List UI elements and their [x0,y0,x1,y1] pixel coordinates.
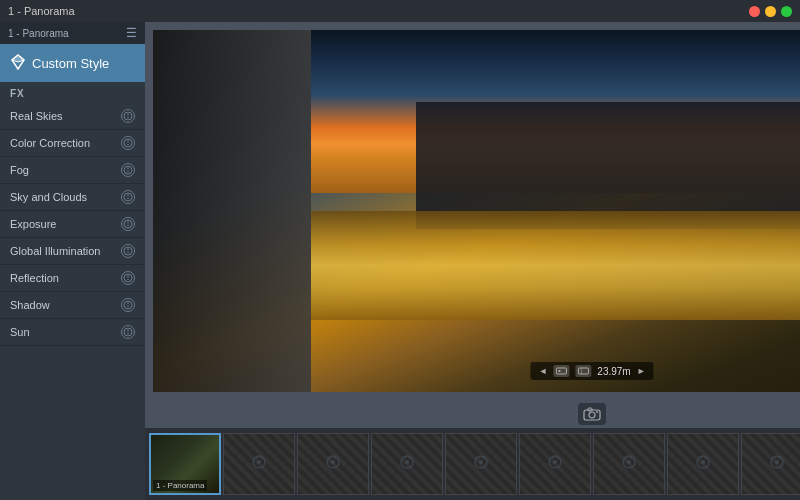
film-thumb-6[interactable] [593,433,665,495]
svg-point-16 [127,225,129,227]
svg-rect-29 [556,368,566,374]
svg-point-36 [596,411,598,413]
fx-item-toggle-icon[interactable] [121,271,135,285]
panel-menu-icon[interactable]: ☰ [126,26,137,40]
fx-item-toggle-icon[interactable] [121,163,135,177]
viewport-image: ◄ 23.97m ► 1 - Panorama [153,30,800,392]
minimize-button[interactable] [765,6,776,17]
fx-item-fog[interactable]: Fog [0,157,145,184]
fx-item-name: Exposure [10,218,56,230]
fx-item-sun[interactable]: Sun [0,319,145,346]
svg-point-28 [127,333,129,335]
fx-item-toggle-icon[interactable] [121,190,135,204]
film-thumb-label: 1 - Panorama [153,480,207,491]
film-empty-icon [691,453,715,476]
svg-point-34 [589,412,595,418]
dist-arrow-left-icon: ◄ [538,366,547,376]
film-thumb-inner [372,434,442,494]
fx-item-real-skies[interactable]: Real Skies [0,103,145,130]
svg-rect-31 [578,368,588,374]
viewport[interactable]: ◄ 23.97m ► 1 - Panorama [153,30,800,392]
fx-item-name: Fog [10,164,29,176]
panel-title-row: 1 - Panorama ☰ [0,22,145,44]
filmstrip: 1 - Panorama [145,428,800,500]
film-empty-icon [543,453,567,476]
center-area: ◄ 23.97m ► 1 - Panorama [145,22,800,500]
maximize-button[interactable] [781,6,792,17]
film-thumb-inner [742,434,800,494]
svg-point-50 [701,460,705,464]
camera-btn-area [145,400,800,428]
svg-point-38 [257,460,261,464]
fx-item-toggle-icon[interactable] [121,217,135,231]
svg-rect-30 [558,370,560,372]
film-thumb-7[interactable] [667,433,739,495]
fx-item-color-correction[interactable]: Color Correction [0,130,145,157]
camera-button[interactable] [578,403,606,425]
film-empty-icon [395,453,419,476]
titlebar-title: 1 - Panorama [8,5,75,17]
film-empty-icon [617,453,641,476]
film-empty-icon [247,453,271,476]
svg-point-25 [127,306,129,308]
svg-point-10 [127,171,129,173]
fx-item-name: Shadow [10,299,50,311]
distance-bar: ◄ 23.97m ► [530,362,653,380]
diamond-icon [10,54,26,73]
film-thumb-inner [520,434,590,494]
close-button[interactable] [749,6,760,17]
fx-item-exposure[interactable]: Exposure [0,211,145,238]
fx-item-toggle-icon[interactable] [121,109,135,123]
wall-layer [153,30,311,392]
main-layout: 1 - Panorama ☰ Custom Style FX Real Skie… [0,22,800,500]
svg-point-44 [479,460,483,464]
fx-item-shadow[interactable]: Shadow [0,292,145,319]
fx-item-toggle-icon[interactable] [121,136,135,150]
film-thumb-2[interactable] [297,433,369,495]
svg-point-13 [127,198,129,200]
svg-point-40 [331,460,335,464]
film-thumb-3[interactable] [371,433,443,495]
film-empty-icon [765,453,789,476]
svg-point-42 [405,460,409,464]
dist-icon2 [575,365,591,377]
svg-point-46 [553,460,557,464]
titlebar: 1 - Panorama [0,0,800,22]
fx-item-name: Real Skies [10,110,63,122]
svg-point-4 [127,117,129,119]
fx-item-name: Sky and Clouds [10,191,87,203]
fx-item-name: Sun [10,326,30,338]
svg-point-19 [127,252,129,254]
fx-item-toggle-icon[interactable] [121,244,135,258]
fx-item-reflection[interactable]: Reflection [0,265,145,292]
titlebar-controls [749,6,792,17]
film-thumb-5[interactable] [519,433,591,495]
custom-style-header[interactable]: Custom Style [0,44,145,82]
fx-item-sky-and-clouds[interactable]: Sky and Clouds [0,184,145,211]
svg-point-48 [627,460,631,464]
film-thumb-8[interactable] [741,433,800,495]
fx-item-name: Global Illumination [10,245,101,257]
film-thumb-inner [668,434,738,494]
pool-layer [311,211,800,320]
fx-item-name: Color Correction [10,137,90,149]
film-thumb-0[interactable]: 1 - Panorama [149,433,221,495]
panel-title: 1 - Panorama [8,28,69,39]
film-thumb-inner [224,434,294,494]
fx-section-label: FX [0,82,145,103]
film-empty-icon [469,453,493,476]
fx-item-toggle-icon[interactable] [121,325,135,339]
film-thumb-4[interactable] [445,433,517,495]
film-thumb-inner [298,434,368,494]
left-panel: 1 - Panorama ☰ Custom Style FX Real Skie… [0,22,145,500]
fx-item-name: Reflection [10,272,59,284]
film-empty-icon [321,453,345,476]
svg-marker-1 [12,55,24,62]
fx-item-global-illumination[interactable]: Global Illumination [0,238,145,265]
film-thumb-inner [446,434,516,494]
custom-style-label: Custom Style [32,56,109,71]
svg-point-52 [775,460,779,464]
film-thumb-1[interactable] [223,433,295,495]
fx-item-toggle-icon[interactable] [121,298,135,312]
svg-point-22 [127,279,129,281]
